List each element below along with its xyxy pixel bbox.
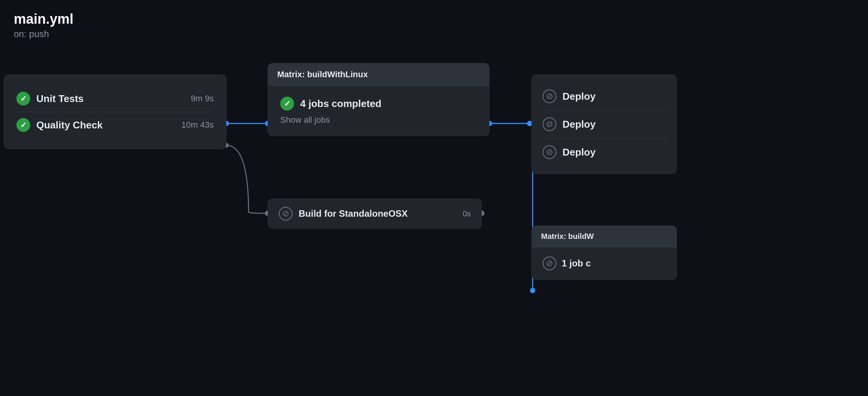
matrix-linux-jobs-row: 4 jobs completed <box>280 97 477 110</box>
unit-tests-time: 9m 9s <box>191 94 214 104</box>
jobs-card: Unit Tests 9m 9s Quality Check 10m 43s <box>4 75 226 149</box>
quality-check-time: 10m 43s <box>182 120 214 130</box>
deploy-label-1: Deploy <box>562 91 596 102</box>
unit-tests-label: Unit Tests <box>36 93 84 105</box>
page-subtitle: on: push <box>14 29 73 39</box>
osx-build-card: Build for StandaloneOSX 0s <box>268 199 482 229</box>
matrix-bottom-right-jobs-row: 1 job c <box>543 256 666 270</box>
matrix-bottom-right-body: 1 job c <box>532 247 676 279</box>
show-all-jobs-link[interactable]: Show all jobs <box>280 115 477 125</box>
deploy-item-3[interactable]: Deploy <box>543 138 666 166</box>
matrix-linux-header: Matrix: buildWithLinux <box>268 63 489 86</box>
matrix-bottom-right-header: Matrix: buildW <box>532 226 676 247</box>
matrix-bottom-right-card: Matrix: buildW 1 job c <box>532 226 677 280</box>
success-icon-unit-tests <box>16 92 30 105</box>
quality-check-label: Quality Check <box>36 119 102 131</box>
osx-left: Build for StandaloneOSX <box>279 207 408 221</box>
matrix-linux-title: Matrix: buildWithLinux <box>277 70 368 79</box>
skipped-icon-deploy-2 <box>543 117 556 131</box>
matrix-bottom-right-jobs-count: 1 job c <box>562 258 591 269</box>
skipped-icon-osx <box>279 207 293 221</box>
deploy-label-2: Deploy <box>562 118 596 130</box>
deploy-item-1[interactable]: Deploy <box>543 83 666 110</box>
osx-label: Build for StandaloneOSX <box>299 208 408 219</box>
deploy-card: Deploy Deploy Deploy <box>532 75 677 174</box>
osx-time: 0s <box>463 209 471 218</box>
unit-tests-left: Unit Tests <box>16 92 84 105</box>
svg-point-9 <box>530 288 535 293</box>
matrix-linux-card: Matrix: buildWithLinux 4 jobs completed … <box>268 63 489 136</box>
unit-tests-item[interactable]: Unit Tests 9m 9s <box>16 86 214 112</box>
matrix-bottom-right-title: Matrix: buildW <box>541 232 594 240</box>
page-title: main.yml <box>14 11 73 27</box>
success-icon-quality-check <box>16 118 30 132</box>
skipped-icon-matrix-bottom <box>543 256 556 270</box>
matrix-linux-jobs-count: 4 jobs completed <box>300 98 381 110</box>
deploy-item-2[interactable]: Deploy <box>543 110 666 138</box>
skipped-icon-deploy-1 <box>543 89 556 103</box>
skipped-icon-deploy-3 <box>543 145 556 159</box>
deploy-label-3: Deploy <box>562 146 596 158</box>
quality-check-left: Quality Check <box>16 118 102 132</box>
quality-check-item[interactable]: Quality Check 10m 43s <box>16 112 214 138</box>
matrix-linux-body: 4 jobs completed Show all jobs <box>268 86 489 136</box>
success-icon-matrix-linux <box>280 97 294 110</box>
page-header: main.yml on: push <box>14 11 73 39</box>
